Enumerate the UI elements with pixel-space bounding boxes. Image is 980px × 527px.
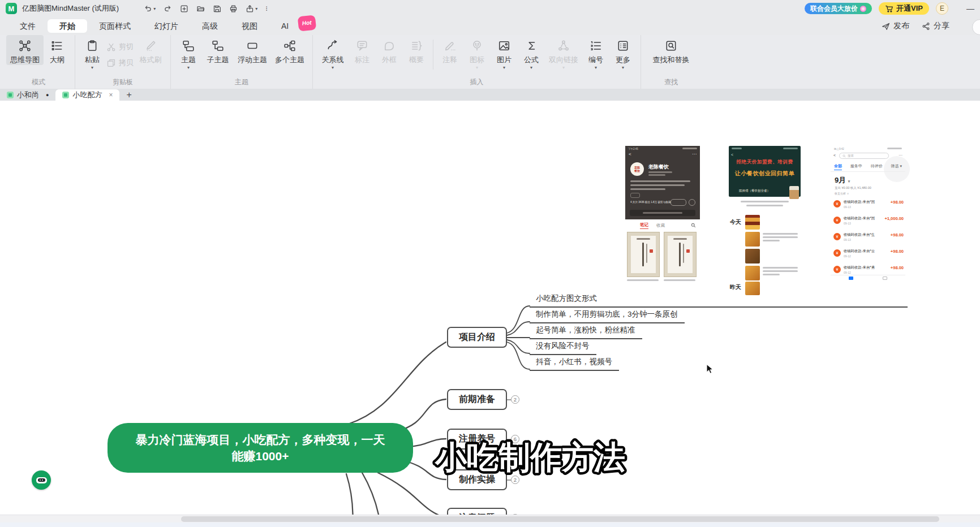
find-replace-button[interactable]: 查找和替换 bbox=[645, 35, 697, 65]
open-vip-button[interactable]: 开通VIP bbox=[879, 2, 929, 15]
central-topic-node[interactable]: 暴力冷门蓝海项目，小吃配方，多种变现，一天能赚1000+ bbox=[108, 423, 413, 473]
feed-thumbnail[interactable] bbox=[745, 282, 760, 295]
format-painter-button[interactable]: 格式刷 bbox=[135, 35, 166, 65]
relationship-line-button[interactable]: 关系线 ▾ bbox=[317, 35, 349, 70]
mindmap-canvas[interactable]: 暴力冷门蓝海项目，小吃配方，多种变现，一天能赚1000+ 项目介绍 前期准备 2… bbox=[0, 101, 980, 515]
attached-image-bill-screenshot[interactable]: 晚上9:42 < 搜索 ⋯ 全部 服务中 待评价 筛选 ▾ 9月 ▾ 支出 ¥0… bbox=[831, 146, 905, 280]
subtopic-platforms[interactable]: 抖音，小红书，视频号 bbox=[530, 357, 619, 371]
transaction-row[interactable]: ¥ 收钱码收款-来自*国 09-13 +98.00 bbox=[833, 199, 904, 214]
member-promo-banner[interactable]: 联合会员大放价 bbox=[805, 3, 872, 14]
more-dots-icon: ⁝ bbox=[265, 5, 268, 12]
menu-advanced[interactable]: 高级 bbox=[190, 19, 230, 33]
stats-nav-icon[interactable] bbox=[883, 277, 887, 280]
publish-button[interactable]: 发布 bbox=[882, 21, 909, 31]
undo-button[interactable]: ▾ bbox=[144, 5, 156, 13]
copy-button[interactable]: 拷贝 bbox=[106, 58, 134, 68]
chat-button[interactable] bbox=[689, 199, 695, 206]
boundary-button[interactable]: 外框 bbox=[376, 35, 403, 65]
menu-slideshow[interactable]: 幻灯片 bbox=[143, 19, 190, 33]
comment-button[interactable]: 注释 bbox=[436, 35, 463, 65]
search-icon[interactable] bbox=[691, 223, 696, 228]
new-file-button[interactable] bbox=[180, 5, 188, 13]
summary-button[interactable]: 概要 bbox=[403, 35, 430, 65]
transaction-date: 09-13 bbox=[844, 205, 851, 209]
share-button[interactable]: 分享 bbox=[922, 21, 949, 31]
paste-button[interactable]: 粘贴 ▾ bbox=[79, 35, 105, 70]
text-placeholder-bar bbox=[763, 267, 798, 269]
formula-button[interactable]: 公式 ▾ bbox=[518, 35, 545, 70]
ai-assistant-button[interactable] bbox=[32, 470, 51, 490]
export-button[interactable]: ▾ bbox=[246, 5, 257, 13]
branch-node-attention-issues[interactable]: 注意问题 bbox=[447, 508, 507, 515]
branch-label: 前期准备 bbox=[459, 394, 495, 405]
minimize-button[interactable]: — bbox=[966, 4, 974, 13]
numbering-button[interactable]: 编号 ▾ bbox=[582, 35, 609, 70]
close-tab-icon[interactable]: × bbox=[109, 91, 113, 99]
attached-image-profile-screenshot[interactable]: 下午2:45 < ⋯ 老陈餐饮 老陈餐饮 4 关注 3436 粉丝 1.8万 获… bbox=[625, 146, 700, 283]
feed-thumbnail[interactable] bbox=[745, 266, 760, 280]
more-dots-icon[interactable]: ⋯ bbox=[899, 153, 902, 158]
outline-mode-button[interactable]: 大纲 bbox=[44, 35, 71, 65]
analysis-link[interactable]: 收支分析 ∨ bbox=[835, 192, 849, 195]
menu-page-style[interactable]: 页面样式 bbox=[87, 19, 143, 33]
redo-button[interactable] bbox=[164, 5, 172, 13]
attached-image-feed-screenshot[interactable]: < 拒绝天价加盟费、培训费 让小餐饮创业回归简单 陈师傅（餐饮创业者） 今天 bbox=[729, 146, 801, 296]
topic-button[interactable]: 主题 ▾ bbox=[175, 35, 202, 70]
menu-view[interactable]: 视图 bbox=[230, 19, 269, 33]
callout-button[interactable]: 标注 bbox=[349, 35, 376, 65]
tab-notes[interactable]: 笔记 bbox=[640, 222, 648, 229]
menu-ai[interactable]: AI Hot bbox=[269, 19, 300, 33]
branch-node-project-intro[interactable]: 项目介绍 bbox=[447, 327, 507, 348]
insert-image-button[interactable]: 图片 ▾ bbox=[491, 35, 518, 70]
insert-icon-button[interactable]: 图标 ▾ bbox=[463, 35, 491, 70]
image-icon bbox=[498, 40, 510, 52]
mindmap-mode-button[interactable]: 思维导图 bbox=[6, 35, 44, 65]
recipe-card-image bbox=[664, 232, 697, 277]
subtopic-easy-account-growth[interactable]: 起号简单，涨粉快，粉丝精准 bbox=[530, 325, 642, 339]
bill-tab-to-review[interactable]: 待评价 bbox=[871, 163, 883, 170]
tag-chip bbox=[630, 193, 640, 198]
bill-tab-in-service[interactable]: 服务中 bbox=[850, 163, 862, 170]
transaction-row[interactable]: ¥ 收钱码收款-来自*勇 09-12 +98.00 bbox=[833, 265, 904, 279]
more-insert-button[interactable]: 更多 ▾ bbox=[609, 35, 637, 70]
subtopic-no-risk[interactable]: 没有风险不封号 bbox=[530, 341, 596, 355]
bill-tab-filter[interactable]: 筛选 ▾ bbox=[891, 163, 902, 170]
bidirectional-link-button[interactable]: 双向链接 ▾ bbox=[545, 35, 582, 70]
transaction-row[interactable]: ¥ 收钱码收款-来自*云 09-12 +98.00 bbox=[833, 248, 904, 263]
tab-favorites[interactable]: 收藏 bbox=[656, 223, 665, 228]
more-tools-button[interactable]: ⁝ bbox=[265, 5, 268, 12]
transaction-row[interactable]: ¥ 收钱码收款-来自*生 09-13 +98.00 bbox=[833, 232, 904, 247]
floating-button-partial[interactable] bbox=[972, 19, 980, 35]
save-button[interactable] bbox=[213, 5, 221, 13]
open-file-button[interactable] bbox=[196, 5, 205, 13]
menu-file[interactable]: 文件 bbox=[8, 19, 48, 33]
collapsed-count-badge[interactable]: 2 bbox=[507, 395, 519, 404]
feed-thumbnail[interactable] bbox=[745, 215, 760, 230]
doc-tab-xiaochipeifang[interactable]: 小吃配方 × bbox=[55, 89, 119, 101]
new-tab-button[interactable]: + bbox=[119, 89, 138, 101]
subtopic-button[interactable]: 子主题 bbox=[202, 35, 234, 65]
bill-nav-icon[interactable] bbox=[849, 277, 853, 280]
feed-thumbnail[interactable] bbox=[745, 232, 760, 247]
feed-thumbnail[interactable] bbox=[745, 249, 760, 264]
insert-icon-label: 图标 bbox=[470, 55, 484, 65]
open-vip-label: 开通VIP bbox=[896, 3, 923, 14]
doc-tab-xiaoheshang[interactable]: 小和尚 ● bbox=[0, 89, 55, 101]
cut-button[interactable]: 剪切 bbox=[106, 42, 134, 52]
floating-topic-button[interactable]: 浮动主题 bbox=[234, 35, 271, 65]
user-avatar[interactable]: E bbox=[936, 2, 948, 15]
subtopic-easy-production[interactable]: 制作简单，不用剪辑功底，3分钟一条原创 bbox=[530, 309, 685, 323]
follow-button[interactable] bbox=[670, 199, 686, 206]
scrollbar-thumb[interactable] bbox=[181, 516, 939, 522]
transaction-row[interactable]: ¥ 收钱码收款-来自*国 09-13 +1,000.00 bbox=[833, 215, 904, 230]
subtopic-image-text-format[interactable]: 小吃配方图文形式 bbox=[530, 293, 908, 308]
bill-tab-all[interactable]: 全部 bbox=[834, 163, 842, 170]
month-selector[interactable]: 9月 ▾ bbox=[835, 175, 850, 185]
print-button[interactable] bbox=[229, 5, 238, 13]
menu-home[interactable]: 开始 bbox=[48, 19, 87, 33]
back-icon[interactable]: < bbox=[833, 153, 836, 157]
multi-topic-button[interactable]: 多个主题 bbox=[271, 35, 308, 65]
horizontal-scrollbar[interactable] bbox=[0, 515, 980, 523]
search-input[interactable]: 搜索 bbox=[839, 153, 889, 159]
branch-node-preparation[interactable]: 前期准备 bbox=[447, 389, 507, 410]
